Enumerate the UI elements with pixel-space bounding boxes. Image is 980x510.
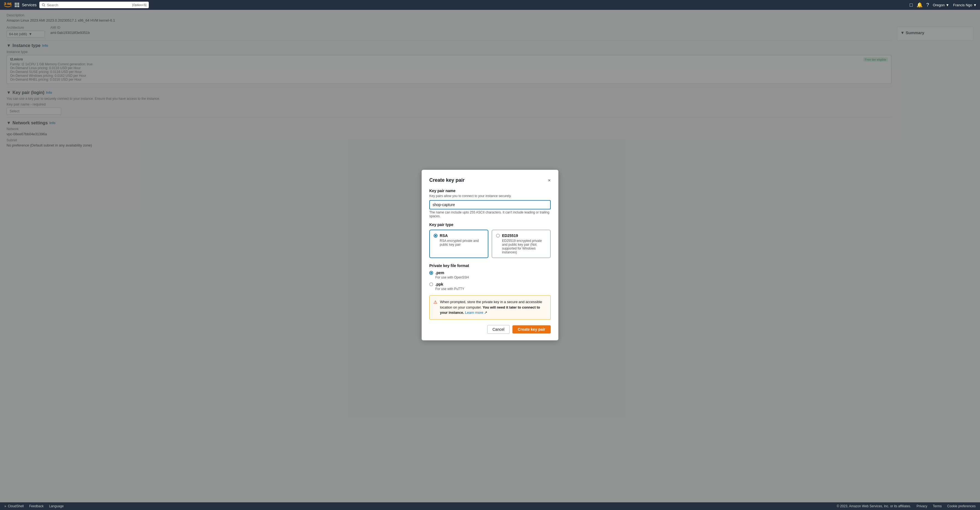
rsa-option[interactable]: RSA RSA encrypted private and public key… (429, 230, 488, 258)
ed25519-option[interactable]: ED25519 ED25519 encrypted private and pu… (492, 230, 551, 258)
cloudshell-icon: » (5, 504, 6, 508)
grid-icon[interactable] (15, 3, 19, 7)
bottom-bar: » CloudShell Feedback Language © 2023, A… (0, 502, 980, 510)
svg-line-1 (44, 6, 45, 6)
cancel-button[interactable]: Cancel (487, 325, 510, 334)
pem-radio[interactable] (429, 271, 433, 275)
svg-point-0 (42, 3, 44, 6)
pem-description: For use with OpenSSH (435, 275, 551, 279)
keypair-name-input[interactable] (429, 200, 551, 209)
region-selector[interactable]: Oregon ▼ (933, 3, 950, 7)
modal-title: Create key pair (429, 177, 465, 183)
ppk-option-row: .ppk (429, 282, 551, 286)
copyright-text: © 2023, Amazon Web Services, Inc. or its… (837, 504, 911, 508)
help-icon[interactable]: ? (926, 2, 929, 8)
ed25519-description: ED25519 encrypted private and public key… (496, 239, 546, 254)
cloudshell-button[interactable]: » CloudShell (5, 504, 24, 508)
search-shortcut: [Option+S] (132, 3, 146, 6)
ppk-radio[interactable] (429, 282, 433, 286)
aws-logo[interactable] (3, 2, 12, 8)
warning-text: When prompted, store the private key in … (440, 299, 547, 315)
search-input[interactable] (47, 3, 131, 7)
keypair-name-caption: The name can include upto 255 ASCII char… (429, 210, 551, 218)
user-menu[interactable]: Francis Ngo ▼ (953, 3, 977, 7)
search-bar[interactable]: [Option+S] (40, 2, 149, 8)
warning-icon: ⚠ (433, 300, 437, 315)
language-link[interactable]: Language (49, 504, 64, 508)
privacy-link[interactable]: Privacy (916, 504, 927, 508)
learn-more-link[interactable]: Learn more (465, 310, 483, 315)
bell-icon[interactable]: 🔔 (916, 2, 923, 8)
rsa-radio[interactable] (434, 234, 438, 238)
rsa-description: RSA encrypted private and public key pai… (434, 239, 484, 246)
search-icon (41, 3, 45, 7)
create-key-pair-modal: Create key pair × Key pair name Key pair… (422, 170, 558, 340)
ed25519-radio[interactable] (496, 234, 500, 238)
nav-right: □ 🔔 ? Oregon ▼ Francis Ngo ▼ (910, 2, 977, 8)
create-key-pair-button[interactable]: Create key pair (512, 325, 551, 334)
feedback-link[interactable]: Feedback (29, 504, 44, 508)
modal-close-button[interactable]: × (548, 178, 551, 183)
modal-footer: Cancel Create key pair (429, 325, 551, 334)
ppk-label: .ppk (435, 282, 443, 286)
ed25519-label: ED25519 (502, 234, 518, 238)
keypair-name-hint: Key pairs allow you to connect to your i… (429, 194, 551, 198)
top-navigation: Services [Option+S] □ 🔔 ? Oregon ▼ Franc… (0, 0, 980, 10)
keypair-type-heading: Key pair type (429, 222, 551, 227)
modal-header: Create key pair × (429, 177, 551, 183)
private-key-format-section: Private key file format .pem For use wit… (429, 264, 551, 291)
services-nav[interactable]: Services (22, 3, 37, 7)
notifications-icon[interactable]: □ (910, 2, 913, 8)
warning-box: ⚠ When prompted, store the private key i… (429, 295, 551, 319)
keypair-type-options: RSA RSA encrypted private and public key… (429, 230, 551, 258)
terms-link[interactable]: Terms (933, 504, 942, 508)
pem-option-row: .pem (429, 270, 551, 275)
keypair-name-form-label: Key pair name (429, 189, 551, 193)
ppk-description: For use with PuTTY (435, 287, 551, 291)
rsa-label: RSA (440, 234, 448, 238)
private-key-format-heading: Private key file format (429, 264, 551, 268)
cookie-link[interactable]: Cookie preferences (947, 504, 975, 508)
pem-label: .pem (435, 270, 444, 275)
